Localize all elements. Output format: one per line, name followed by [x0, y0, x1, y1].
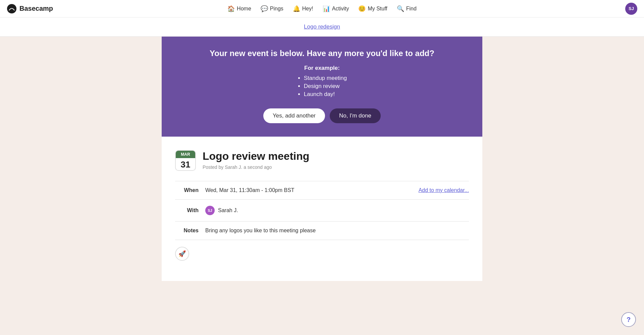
with-value: SJ Sarah J. — [205, 206, 469, 215]
emoji-icon: 🚀 — [178, 250, 186, 257]
banner-headline: Your new event is below. Have any more y… — [175, 49, 469, 58]
main-content: Your new event is below. Have any more y… — [0, 37, 644, 301]
examples-list: Standup meeting Design review Launch day… — [297, 75, 347, 99]
for-example-label: For example: — [175, 65, 469, 71]
example-item-2: Design review — [304, 83, 347, 90]
add-to-calendar-link[interactable]: Add to my calendar... — [419, 187, 469, 193]
breadcrumb-link[interactable]: Logo redesign — [304, 23, 340, 30]
notes-label: Notes — [175, 228, 199, 234]
cal-day: 31 — [181, 158, 191, 170]
event-title-block: Logo review meeting Posted by Sarah J. a… — [203, 150, 309, 170]
add-to-calendar-action: Add to my calendar... — [419, 187, 469, 193]
event-card: Mar 31 Logo review meeting Posted by Sar… — [162, 137, 482, 281]
nav-activity-label: Activity — [332, 6, 349, 12]
home-icon: 🏠 — [227, 5, 235, 12]
event-details: When Wed, Mar 31, 11:30am - 1:00pm BST A… — [175, 181, 469, 240]
event-title: Logo review meeting — [203, 150, 309, 162]
yes-add-another-button[interactable]: Yes, add another — [263, 108, 325, 123]
brand-logo[interactable]: Basecamp — [7, 4, 53, 14]
with-label: With — [175, 207, 199, 213]
hey-icon: 🔔 — [293, 5, 300, 12]
emoji-tool-button[interactable]: 🚀 — [175, 247, 189, 261]
nav-item-find[interactable]: 🔍 Find — [397, 5, 417, 12]
with-person-container: SJ Sarah J. — [205, 206, 469, 215]
nav-item-home[interactable]: 🏠 Home — [227, 5, 251, 12]
cal-month: Mar — [176, 151, 195, 158]
calendar-icon: Mar 31 — [175, 150, 196, 171]
nav-home-label: Home — [237, 6, 251, 12]
when-label: When — [175, 187, 199, 193]
nav-mystuff-label: My Stuff — [368, 6, 387, 12]
breadcrumb-bar: Logo redesign — [0, 17, 644, 37]
pings-icon: 💬 — [261, 5, 268, 12]
banner-buttons: Yes, add another No, I'm done — [175, 108, 469, 123]
help-button[interactable]: ? — [621, 312, 636, 327]
when-value: Wed, Mar 31, 11:30am - 1:00pm BST — [205, 187, 412, 193]
user-avatar[interactable]: SJ — [625, 3, 637, 15]
with-person-name: Sarah J. — [218, 207, 238, 213]
tools-row: 🚀 — [175, 240, 469, 261]
person-avatar: SJ — [205, 206, 215, 215]
top-nav: Basecamp 🏠 Home 💬 Pings 🔔 Hey! 📊 Activit… — [0, 0, 644, 17]
when-row: When Wed, Mar 31, 11:30am - 1:00pm BST A… — [175, 181, 469, 200]
nav-item-mystuff[interactable]: 😊 My Stuff — [358, 5, 387, 12]
brand-name: Basecamp — [19, 5, 53, 12]
activity-icon: 📊 — [323, 5, 330, 12]
notes-row: Notes Bring any logos you like to this m… — [175, 222, 469, 240]
event-posted-by: Posted by Sarah J. a second ago — [203, 164, 309, 170]
purple-banner: Your new event is below. Have any more y… — [162, 37, 482, 137]
notes-value: Bring any logos you like to this meeting… — [205, 228, 469, 234]
example-item-3: Launch day! — [304, 91, 347, 98]
with-row: With SJ Sarah J. — [175, 200, 469, 222]
mystuff-icon: 😊 — [358, 5, 366, 12]
nav-item-hey[interactable]: 🔔 Hey! — [293, 5, 313, 12]
nav-item-pings[interactable]: 💬 Pings — [261, 5, 283, 12]
nav-hey-label: Hey! — [302, 6, 313, 12]
nav-links: 🏠 Home 💬 Pings 🔔 Hey! 📊 Activity 😊 — [227, 5, 417, 12]
event-header: Mar 31 Logo review meeting Posted by Sar… — [175, 150, 469, 171]
find-icon: 🔍 — [397, 5, 404, 12]
no-done-button[interactable]: No, I'm done — [330, 108, 381, 123]
nav-pings-label: Pings — [270, 6, 283, 12]
nav-item-activity[interactable]: 📊 Activity — [323, 5, 349, 12]
nav-find-label: Find — [406, 6, 417, 12]
example-item-1: Standup meeting — [304, 75, 347, 82]
basecamp-icon — [7, 4, 17, 14]
